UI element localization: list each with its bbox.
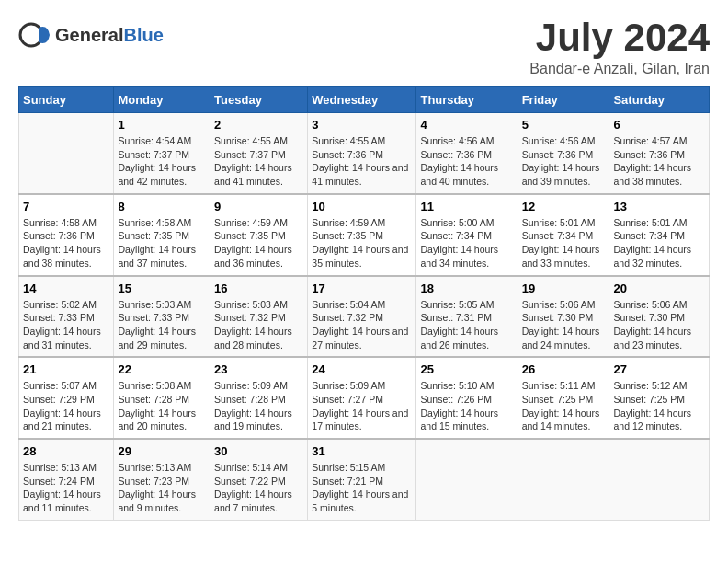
- day-info: Sunrise: 4:58 AMSunset: 7:36 PMDaylight:…: [23, 216, 109, 270]
- day-info: Sunrise: 5:08 AMSunset: 7:28 PMDaylight:…: [118, 379, 206, 433]
- day-number: 24: [312, 362, 412, 376]
- day-info: Sunrise: 5:09 AMSunset: 7:27 PMDaylight:…: [312, 379, 412, 433]
- day-number: 20: [613, 282, 705, 295]
- day-number: 4: [420, 118, 513, 132]
- calendar-cell: [518, 439, 609, 520]
- day-number: 10: [312, 200, 412, 213]
- col-header-friday: Friday: [518, 87, 609, 113]
- calendar-cell: 20Sunrise: 5:06 AMSunset: 7:30 PMDayligh…: [609, 276, 710, 358]
- calendar-cell: 5Sunrise: 4:56 AMSunset: 7:36 PMDaylight…: [518, 113, 609, 194]
- logo-general: General: [55, 25, 123, 45]
- calendar-cell: 28Sunrise: 5:13 AMSunset: 7:24 PMDayligh…: [19, 439, 114, 520]
- day-info: Sunrise: 4:57 AMSunset: 7:36 PMDaylight:…: [613, 134, 705, 189]
- day-info: Sunrise: 4:59 AMSunset: 7:35 PMDaylight:…: [312, 216, 412, 270]
- col-header-saturday: Saturday: [609, 87, 710, 113]
- day-info: Sunrise: 5:01 AMSunset: 7:34 PMDaylight:…: [522, 216, 606, 270]
- day-number: 17: [312, 282, 412, 295]
- day-info: Sunrise: 4:59 AMSunset: 7:35 PMDaylight:…: [214, 216, 303, 270]
- calendar-cell: 17Sunrise: 5:04 AMSunset: 7:32 PMDayligh…: [308, 276, 416, 358]
- day-number: 12: [522, 200, 606, 213]
- col-header-thursday: Thursday: [416, 87, 518, 113]
- day-number: 27: [613, 362, 705, 376]
- day-info: Sunrise: 5:12 AMSunset: 7:25 PMDaylight:…: [613, 379, 705, 433]
- day-number: 13: [613, 200, 705, 213]
- title-block: July 2024 Bandar-e Anzali, Gilan, Iran: [529, 18, 710, 77]
- day-number: 29: [118, 444, 206, 458]
- day-number: 2: [214, 118, 303, 132]
- day-number: 1: [118, 118, 206, 132]
- day-info: Sunrise: 5:09 AMSunset: 7:28 PMDaylight:…: [214, 379, 303, 433]
- day-info: Sunrise: 5:07 AMSunset: 7:29 PMDaylight:…: [23, 379, 109, 433]
- calendar-cell: 8Sunrise: 4:58 AMSunset: 7:35 PMDaylight…: [114, 194, 210, 276]
- calendar-cell: 7Sunrise: 4:58 AMSunset: 7:36 PMDaylight…: [19, 194, 114, 276]
- calendar-cell: 11Sunrise: 5:00 AMSunset: 7:34 PMDayligh…: [416, 194, 518, 276]
- col-header-wednesday: Wednesday: [308, 87, 416, 113]
- logo-blue: Blue: [123, 25, 163, 45]
- day-number: 8: [118, 200, 206, 213]
- calendar-header-row: SundayMondayTuesdayWednesdayThursdayFrid…: [19, 87, 710, 113]
- calendar-cell: 2Sunrise: 4:55 AMSunset: 7:37 PMDaylight…: [210, 113, 308, 194]
- day-info: Sunrise: 5:06 AMSunset: 7:30 PMDaylight:…: [613, 298, 705, 352]
- calendar-cell: 19Sunrise: 5:06 AMSunset: 7:30 PMDayligh…: [518, 276, 609, 358]
- calendar-cell: 23Sunrise: 5:09 AMSunset: 7:28 PMDayligh…: [210, 357, 308, 439]
- day-info: Sunrise: 5:05 AMSunset: 7:31 PMDaylight:…: [420, 298, 513, 352]
- day-info: Sunrise: 4:55 AMSunset: 7:37 PMDaylight:…: [214, 134, 303, 189]
- week-row-1: 1Sunrise: 4:54 AMSunset: 7:37 PMDaylight…: [19, 113, 710, 194]
- logo: GeneralBlue: [18, 18, 164, 52]
- calendar-cell: 22Sunrise: 5:08 AMSunset: 7:28 PMDayligh…: [114, 357, 210, 439]
- week-row-2: 7Sunrise: 4:58 AMSunset: 7:36 PMDaylight…: [19, 194, 710, 276]
- calendar-cell: 27Sunrise: 5:12 AMSunset: 7:25 PMDayligh…: [609, 357, 710, 439]
- week-row-4: 21Sunrise: 5:07 AMSunset: 7:29 PMDayligh…: [19, 357, 710, 439]
- day-info: Sunrise: 5:04 AMSunset: 7:32 PMDaylight:…: [312, 298, 412, 352]
- calendar-cell: 21Sunrise: 5:07 AMSunset: 7:29 PMDayligh…: [19, 357, 114, 439]
- day-number: 30: [214, 444, 303, 458]
- day-info: Sunrise: 5:01 AMSunset: 7:34 PMDaylight:…: [613, 216, 705, 270]
- day-number: 5: [522, 118, 606, 132]
- calendar-cell: 12Sunrise: 5:01 AMSunset: 7:34 PMDayligh…: [518, 194, 609, 276]
- day-number: 11: [420, 200, 513, 213]
- calendar-table: SundayMondayTuesdayWednesdayThursdayFrid…: [18, 86, 710, 521]
- calendar-cell: 29Sunrise: 5:13 AMSunset: 7:23 PMDayligh…: [114, 439, 210, 520]
- day-number: 22: [118, 362, 206, 376]
- page-header: GeneralBlue July 2024 Bandar-e Anzali, G…: [18, 18, 710, 77]
- day-info: Sunrise: 5:02 AMSunset: 7:33 PMDaylight:…: [23, 298, 109, 352]
- day-info: Sunrise: 5:10 AMSunset: 7:26 PMDaylight:…: [420, 379, 513, 433]
- day-info: Sunrise: 5:13 AMSunset: 7:23 PMDaylight:…: [118, 461, 206, 515]
- calendar-cell: 1Sunrise: 4:54 AMSunset: 7:37 PMDaylight…: [114, 113, 210, 194]
- day-info: Sunrise: 5:14 AMSunset: 7:22 PMDaylight:…: [214, 461, 303, 515]
- logo-icon: [18, 18, 51, 52]
- day-number: 21: [23, 362, 109, 376]
- day-number: 6: [613, 118, 705, 132]
- location: Bandar-e Anzali, Gilan, Iran: [529, 61, 710, 77]
- day-number: 25: [420, 362, 513, 376]
- week-row-5: 28Sunrise: 5:13 AMSunset: 7:24 PMDayligh…: [19, 439, 710, 520]
- day-number: 26: [522, 362, 606, 376]
- calendar-cell: 14Sunrise: 5:02 AMSunset: 7:33 PMDayligh…: [19, 276, 114, 358]
- day-number: 28: [23, 444, 109, 458]
- day-info: Sunrise: 4:54 AMSunset: 7:37 PMDaylight:…: [118, 134, 206, 189]
- calendar-cell: 15Sunrise: 5:03 AMSunset: 7:33 PMDayligh…: [114, 276, 210, 358]
- day-number: 23: [214, 362, 303, 376]
- day-info: Sunrise: 5:00 AMSunset: 7:34 PMDaylight:…: [420, 216, 513, 270]
- day-number: 19: [522, 282, 606, 295]
- day-info: Sunrise: 5:03 AMSunset: 7:32 PMDaylight:…: [214, 298, 303, 352]
- calendar-cell: 18Sunrise: 5:05 AMSunset: 7:31 PMDayligh…: [416, 276, 518, 358]
- day-number: 9: [214, 200, 303, 213]
- week-row-3: 14Sunrise: 5:02 AMSunset: 7:33 PMDayligh…: [19, 276, 710, 358]
- col-header-monday: Monday: [114, 87, 210, 113]
- day-number: 14: [23, 282, 109, 295]
- day-number: 16: [214, 282, 303, 295]
- calendar-cell: [609, 439, 710, 520]
- calendar-cell: 30Sunrise: 5:14 AMSunset: 7:22 PMDayligh…: [210, 439, 308, 520]
- day-info: Sunrise: 4:56 AMSunset: 7:36 PMDaylight:…: [420, 134, 513, 189]
- day-number: 15: [118, 282, 206, 295]
- col-header-tuesday: Tuesday: [210, 87, 308, 113]
- calendar-cell: 3Sunrise: 4:55 AMSunset: 7:36 PMDaylight…: [308, 113, 416, 194]
- day-number: 18: [420, 282, 513, 295]
- calendar-cell: 16Sunrise: 5:03 AMSunset: 7:32 PMDayligh…: [210, 276, 308, 358]
- calendar-cell: 4Sunrise: 4:56 AMSunset: 7:36 PMDaylight…: [416, 113, 518, 194]
- day-info: Sunrise: 5:03 AMSunset: 7:33 PMDaylight:…: [118, 298, 206, 352]
- day-info: Sunrise: 5:13 AMSunset: 7:24 PMDaylight:…: [23, 461, 109, 515]
- calendar-cell: 26Sunrise: 5:11 AMSunset: 7:25 PMDayligh…: [518, 357, 609, 439]
- day-info: Sunrise: 5:11 AMSunset: 7:25 PMDaylight:…: [522, 379, 606, 433]
